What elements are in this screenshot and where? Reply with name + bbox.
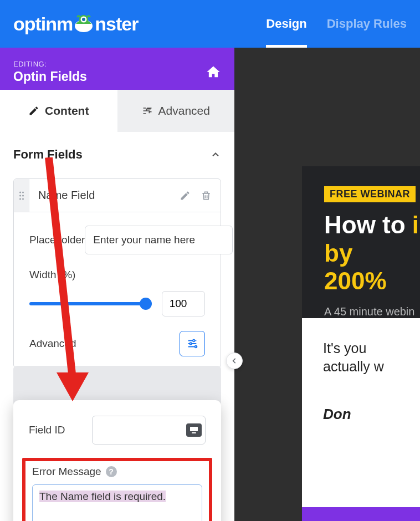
width-input[interactable] <box>162 291 205 316</box>
svg-rect-13 <box>190 427 198 431</box>
field-id-label: Field ID <box>29 424 84 436</box>
panel-tabs: Content Advanced <box>0 90 234 132</box>
tab-content[interactable]: Content <box>0 90 117 132</box>
preview-dark-panel: FREE WEBINAR How to i by 200% A 45 minut… <box>302 166 420 338</box>
editing-title: Optin Fields <box>13 69 87 84</box>
svg-point-12 <box>195 346 197 348</box>
field-head: Name Field <box>14 179 221 212</box>
editing-label: EDITING: <box>13 60 87 68</box>
error-message-label: Error Message <box>32 466 101 478</box>
width-label: Width (%) <box>29 269 96 281</box>
extension-icon[interactable] <box>186 423 202 437</box>
delete-field-icon[interactable] <box>201 190 212 201</box>
svg-point-8 <box>19 198 21 200</box>
svg-point-10 <box>193 340 195 342</box>
svg-point-6 <box>19 195 21 196</box>
svg-point-9 <box>22 198 24 200</box>
svg-point-11 <box>189 343 192 345</box>
pencil-icon <box>28 105 39 116</box>
width-slider-thumb[interactable] <box>140 298 152 310</box>
webinar-badge: FREE WEBINAR <box>324 186 416 202</box>
tab-content-label: Content <box>45 104 89 118</box>
preview-purple-strip <box>302 507 420 521</box>
section-header-form-fields[interactable]: Form Fields <box>0 132 234 168</box>
field-id-input[interactable] <box>92 416 206 445</box>
preview-subhead: A 45 minute webin <box>324 305 420 318</box>
preview-white-bold: Don <box>323 406 420 423</box>
error-message-input[interactable]: The Name field is required. <box>32 484 202 521</box>
edit-field-icon[interactable] <box>180 190 191 201</box>
advanced-toggle-button[interactable] <box>180 331 205 356</box>
annotation-highlight-box: Error Message ? The Name field is requir… <box>22 458 212 521</box>
advanced-label: Advanced <box>29 338 76 350</box>
tab-advanced-label: Advanced <box>158 104 210 118</box>
preview-white-panel: It's you actually w Don <box>302 318 420 521</box>
logo: optinm nster <box>13 13 138 35</box>
tab-advanced[interactable]: Advanced <box>117 90 235 132</box>
help-icon[interactable]: ? <box>106 466 117 477</box>
svg-point-7 <box>22 195 24 196</box>
section-title: Form Fields <box>13 147 83 162</box>
sliders-icon <box>142 105 153 116</box>
chevron-up-icon[interactable] <box>210 149 221 160</box>
collapse-sidebar-button[interactable] <box>226 353 243 369</box>
svg-point-3 <box>82 18 85 21</box>
monster-icon <box>73 12 95 34</box>
error-message-value: The Name field is required. <box>39 491 166 502</box>
preview-white-line-1: It's you <box>323 340 420 356</box>
field-body: Placeholder Width (%) Advanced <box>14 212 221 367</box>
editing-bar: EDITING: Optin Fields <box>0 48 234 90</box>
field-name-label: Name Field <box>29 189 180 202</box>
svg-rect-14 <box>192 432 196 433</box>
field-card-name: Name Field Placeholder Width (%) <box>13 178 221 368</box>
tab-display-rules[interactable]: Display Rules <box>327 0 407 48</box>
sidebar: EDITING: Optin Fields Content Advanced F… <box>0 48 234 406</box>
placeholder-label: Placeholder <box>29 234 85 246</box>
svg-point-4 <box>19 191 21 193</box>
width-slider[interactable] <box>29 302 151 305</box>
tab-design[interactable]: Design <box>266 0 306 48</box>
home-icon[interactable] <box>206 64 221 80</box>
svg-point-5 <box>22 191 24 193</box>
advanced-popover: Field ID Error Message ? The Name field … <box>13 400 221 521</box>
placeholder-input[interactable] <box>85 226 233 254</box>
top-header: optinm nster Design Display Rules <box>0 0 420 48</box>
drag-handle-icon[interactable] <box>14 179 29 212</box>
preview-canvas: FREE WEBINAR How to i by 200% A 45 minut… <box>234 48 420 521</box>
preview-headline: How to i by 200% <box>324 211 420 295</box>
preview-white-line-2: actually w <box>323 359 420 375</box>
logo-text-post: nster <box>95 13 138 35</box>
logo-text-pre: optinm <box>13 13 73 35</box>
